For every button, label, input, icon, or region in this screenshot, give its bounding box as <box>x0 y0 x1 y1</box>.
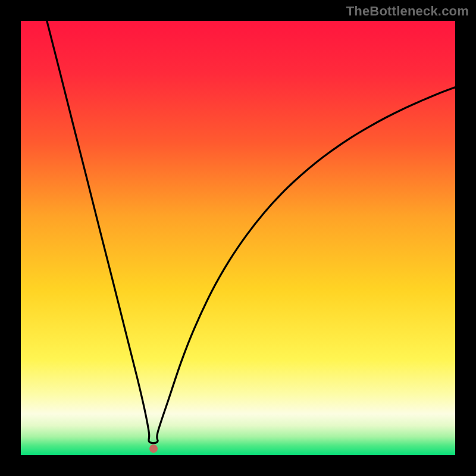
background-gradient <box>21 21 455 455</box>
watermark-text: TheBottleneck.com <box>346 4 469 19</box>
plot-area <box>21 21 455 455</box>
chart-frame: TheBottleneck.com <box>0 0 476 476</box>
svg-rect-0 <box>21 21 455 455</box>
minimum-marker <box>149 444 158 453</box>
